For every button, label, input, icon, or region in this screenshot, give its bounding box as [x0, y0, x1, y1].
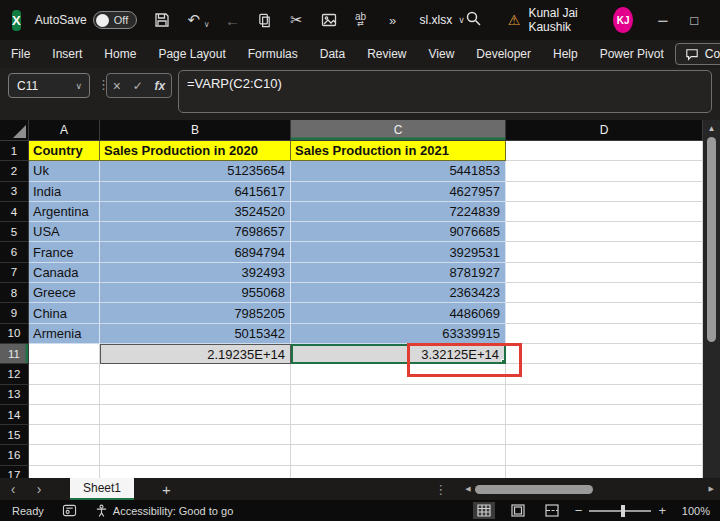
cell-A1[interactable]: Country: [29, 141, 100, 161]
cell-B3[interactable]: 6415617: [100, 182, 291, 202]
cell-D6[interactable]: [506, 242, 703, 262]
scroll-left-icon[interactable]: ◀: [465, 485, 470, 493]
row-header-7[interactable]: 7: [0, 263, 29, 283]
cell-B13[interactable]: [100, 385, 291, 405]
cell-D8[interactable]: [506, 283, 703, 303]
cell-B1[interactable]: Sales Production in 2020: [100, 141, 291, 161]
row-header-1[interactable]: 1: [0, 141, 29, 161]
accessibility-status[interactable]: Accessibility: Good to go: [95, 504, 233, 518]
cell-A15[interactable]: [29, 425, 100, 445]
cell-D13[interactable]: [506, 385, 703, 405]
tab-page-layout[interactable]: Page Layout: [147, 40, 236, 68]
cell-C1[interactable]: Sales Production in 2021: [291, 141, 506, 161]
cell-D11[interactable]: [506, 344, 703, 364]
copy-icon[interactable]: [256, 11, 274, 29]
tab-data[interactable]: Data: [309, 40, 356, 68]
cell-A16[interactable]: [29, 445, 100, 465]
cell-D17[interactable]: [506, 466, 703, 478]
cell-C14[interactable]: [291, 405, 506, 425]
select-all-corner[interactable]: [0, 120, 29, 141]
cell-A10[interactable]: Armenia: [29, 324, 100, 344]
scroll-up-icon[interactable]: ▲: [708, 120, 716, 135]
row-header-3[interactable]: 3: [0, 182, 29, 202]
cell-D2[interactable]: [506, 161, 703, 181]
row-header-2[interactable]: 2: [0, 161, 29, 181]
cell-D4[interactable]: [506, 202, 703, 222]
row-header-14[interactable]: 14: [0, 405, 29, 425]
cell-D7[interactable]: [506, 263, 703, 283]
column-header-D[interactable]: D: [506, 120, 703, 141]
cell-A4[interactable]: Argentina: [29, 202, 100, 222]
tab-insert[interactable]: Insert: [41, 40, 93, 68]
normal-view-icon[interactable]: [473, 502, 495, 519]
cell-B12[interactable]: [100, 364, 291, 384]
cell-A3[interactable]: India: [29, 182, 100, 202]
add-sheet-icon[interactable]: +: [162, 481, 171, 498]
horizontal-scroll-track[interactable]: [475, 484, 705, 494]
row-header-10[interactable]: 10: [0, 324, 29, 344]
user-avatar[interactable]: KJ: [613, 7, 633, 33]
cell-C4[interactable]: 7224839: [291, 202, 506, 222]
page-layout-view-icon[interactable]: [507, 502, 529, 519]
horizontal-scrollbar[interactable]: ◀ ▶: [465, 484, 714, 494]
next-sheet-icon[interactable]: ›: [26, 481, 52, 497]
tab-power-pivot[interactable]: Power Pivot: [589, 40, 675, 68]
tab-developer[interactable]: Developer: [465, 40, 542, 68]
cell-B15[interactable]: [100, 425, 291, 445]
cell-B2[interactable]: 51235654: [100, 161, 291, 181]
cell-B9[interactable]: 7985205: [100, 303, 291, 323]
column-header-C[interactable]: C: [291, 120, 506, 141]
scroll-right-icon[interactable]: ▶: [709, 485, 714, 493]
formula-input[interactable]: =VARP(C2:C10): [178, 70, 712, 113]
undo-button[interactable]: ↶ ∨: [185, 11, 210, 29]
cell-D1[interactable]: [506, 141, 703, 161]
tab-view[interactable]: View: [418, 40, 466, 68]
cell-A12[interactable]: [29, 364, 100, 384]
cell-D5[interactable]: [506, 222, 703, 242]
zoom-slider[interactable]: [589, 510, 651, 512]
column-header-B[interactable]: B: [100, 120, 291, 141]
cell-B5[interactable]: 7698657: [100, 222, 291, 242]
cell-B10[interactable]: 5015342: [100, 324, 291, 344]
excel-logo-icon[interactable]: X: [12, 10, 21, 31]
overflow-icon[interactable]: »: [384, 11, 402, 29]
prev-sheet-icon[interactable]: ‹: [0, 481, 26, 497]
cell-A8[interactable]: Greece: [29, 283, 100, 303]
cell-B4[interactable]: 3524520: [100, 202, 291, 222]
paste-picture-icon[interactable]: [320, 11, 338, 29]
cell-A9[interactable]: China: [29, 303, 100, 323]
document-title[interactable]: sl.xlsx ∨: [420, 13, 465, 27]
cell-B17[interactable]: [100, 466, 291, 478]
find-replace-icon[interactable]: ab⇄: [352, 11, 370, 29]
row-header-12[interactable]: 12: [0, 364, 29, 384]
cell-C7[interactable]: 8781927: [291, 263, 506, 283]
cell-B8[interactable]: 955068: [100, 283, 291, 303]
cell-A2[interactable]: Uk: [29, 161, 100, 181]
minimize-button[interactable]: ─: [647, 0, 678, 40]
cell-D10[interactable]: [506, 324, 703, 344]
cell-D12[interactable]: [506, 364, 703, 384]
cell-A17[interactable]: [29, 466, 100, 478]
row-header-8[interactable]: 8: [0, 283, 29, 303]
cell-B16[interactable]: [100, 445, 291, 465]
cell-B6[interactable]: 6894794: [100, 242, 291, 262]
cell-D9[interactable]: [506, 303, 703, 323]
zoom-in-icon[interactable]: +: [658, 503, 666, 518]
tab-review[interactable]: Review: [356, 40, 417, 68]
cell-C13[interactable]: [291, 385, 506, 405]
undo-chevron-icon[interactable]: ∨: [204, 20, 210, 29]
cell-C9[interactable]: 4486069: [291, 303, 506, 323]
cell-C15[interactable]: [291, 425, 506, 445]
cell-D15[interactable]: [506, 425, 703, 445]
cut-icon[interactable]: ✂: [288, 11, 306, 29]
vertical-scroll-thumb[interactable]: [707, 137, 716, 342]
cell-C3[interactable]: 4627957: [291, 182, 506, 202]
warning-icon[interactable]: ⚠: [508, 12, 521, 28]
tab-home[interactable]: Home: [93, 40, 147, 68]
user-name[interactable]: Kunal Jai Kaushik: [528, 6, 603, 34]
cell-C16[interactable]: [291, 445, 506, 465]
horizontal-scroll-thumb[interactable]: [475, 485, 593, 494]
maximize-button[interactable]: □: [679, 0, 710, 40]
cell-C6[interactable]: 3929531: [291, 242, 506, 262]
cell-A14[interactable]: [29, 405, 100, 425]
